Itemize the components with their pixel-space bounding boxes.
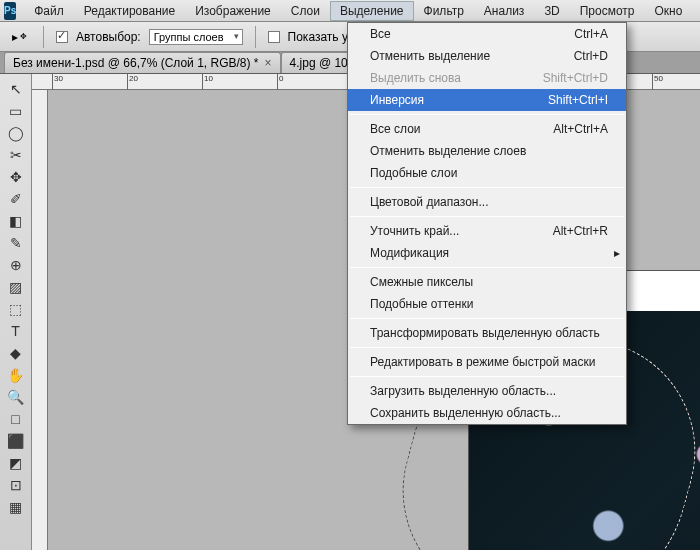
show-transform-checkbox[interactable] xyxy=(268,31,280,43)
ruler-tick: 10 xyxy=(202,74,213,90)
menu-item[interactable]: Подобные слои xyxy=(348,162,626,184)
submenu-arrow-icon: ▸ xyxy=(614,246,620,260)
tool-button[interactable]: ✋ xyxy=(3,364,29,386)
tool-button[interactable]: ◧ xyxy=(3,210,29,232)
tool-button[interactable]: ⊕ xyxy=(3,254,29,276)
menu-item-label: Все слои xyxy=(370,122,421,136)
menu-item-shortcut: Shift+Ctrl+D xyxy=(543,71,608,85)
tool-button[interactable]: ⬚ xyxy=(3,298,29,320)
menu-item-shortcut: Alt+Ctrl+A xyxy=(553,122,608,136)
tool-button[interactable]: 🔍 xyxy=(3,386,29,408)
move-tool-indicator[interactable]: ▸✥ xyxy=(8,28,31,46)
menu-item[interactable]: Уточнить край...Alt+Ctrl+R xyxy=(348,220,626,242)
tab-label: 4.jpg @ 100 xyxy=(290,56,355,70)
menu-item[interactable]: Смежные пикселы xyxy=(348,271,626,293)
menu-item[interactable]: Отменить выделение слоев xyxy=(348,140,626,162)
menu-item[interactable]: Модификация▸ xyxy=(348,242,626,264)
menu-item[interactable]: Редактировать в режиме быстрой маски xyxy=(348,351,626,373)
tab-label: Без имени-1.psd @ 66,7% (Слой 1, RGB/8) … xyxy=(13,56,259,70)
menu-separator xyxy=(350,216,624,217)
menu-item-label: Цветовой диапазон... xyxy=(370,195,488,209)
tool-button[interactable]: □ xyxy=(3,408,29,430)
menu-separator xyxy=(350,376,624,377)
menu-separator xyxy=(350,347,624,348)
menu-item-label: Модификация xyxy=(370,246,449,260)
ruler-vertical[interactable] xyxy=(32,90,48,550)
tool-button[interactable]: ✂ xyxy=(3,144,29,166)
menu-item[interactable]: ВсеCtrl+A xyxy=(348,23,626,45)
tool-button[interactable]: ▨ xyxy=(3,276,29,298)
tool-panel: ↖▭◯✂✥✐◧✎⊕▨⬚T◆✋🔍□⬛◩⊡▦ xyxy=(0,74,32,550)
tool-button[interactable]: ◩ xyxy=(3,452,29,474)
close-icon[interactable]: × xyxy=(265,56,272,70)
tool-button[interactable]: ✥ xyxy=(3,166,29,188)
document-tab[interactable]: Без имени-1.psd @ 66,7% (Слой 1, RGB/8) … xyxy=(4,52,281,73)
menu-item[interactable]: Сохранить выделенную область... xyxy=(348,402,626,424)
menu-item-shortcut: Ctrl+A xyxy=(574,27,608,41)
menu-выделение[interactable]: Выделение xyxy=(330,1,414,21)
menu-item[interactable]: Отменить выделениеCtrl+D xyxy=(348,45,626,67)
tool-button[interactable]: ◯ xyxy=(3,122,29,144)
menu-separator xyxy=(350,267,624,268)
ruler-tick: 30 xyxy=(52,74,63,90)
tool-button[interactable]: ▭ xyxy=(3,100,29,122)
menu-item-shortcut: Shift+Ctrl+I xyxy=(548,93,608,107)
menu-файл[interactable]: Файл xyxy=(24,1,74,21)
menu-слои[interactable]: Слои xyxy=(281,1,330,21)
selection-menu-dropdown: ВсеCtrl+AОтменить выделениеCtrl+DВыделит… xyxy=(347,22,627,425)
ruler-tick: 0 xyxy=(277,74,283,90)
menu-item-label: Уточнить край... xyxy=(370,224,459,238)
tool-button[interactable]: ↖ xyxy=(3,78,29,100)
layer-target-select[interactable]: Группы слоев xyxy=(149,29,243,45)
tool-button[interactable]: ▦ xyxy=(3,496,29,518)
menu-item[interactable]: Все слоиAlt+Ctrl+A xyxy=(348,118,626,140)
menubar: Ps ФайлРедактированиеИзображениеСлоиВыде… xyxy=(0,0,700,22)
menu-item-label: Подобные слои xyxy=(370,166,457,180)
menu-separator xyxy=(350,114,624,115)
menu-изображение[interactable]: Изображение xyxy=(185,1,281,21)
menu-item-label: Загрузить выделенную область... xyxy=(370,384,556,398)
menu-просмотр[interactable]: Просмотр xyxy=(570,1,645,21)
menu-item-label: Инверсия xyxy=(370,93,424,107)
menu-item-shortcut: Alt+Ctrl+R xyxy=(553,224,608,238)
menu-item-label: Подобные оттенки xyxy=(370,297,473,311)
menu-item-label: Отменить выделение слоев xyxy=(370,144,526,158)
menu-item-label: Отменить выделение xyxy=(370,49,490,63)
menu-фильтр[interactable]: Фильтр xyxy=(414,1,474,21)
menu-item-label: Трансформировать выделенную область xyxy=(370,326,600,340)
menu-с[interactable]: С xyxy=(692,1,700,21)
menu-item-label: Смежные пикселы xyxy=(370,275,473,289)
menu-item-shortcut: Ctrl+D xyxy=(574,49,608,63)
menu-3d[interactable]: 3D xyxy=(534,1,569,21)
app-logo: Ps xyxy=(4,2,16,20)
tool-button[interactable]: ⬛ xyxy=(3,430,29,452)
menu-item-label: Выделить снова xyxy=(370,71,461,85)
menu-item[interactable]: Подобные оттенки xyxy=(348,293,626,315)
tool-button[interactable]: T xyxy=(3,320,29,342)
auto-select-label: Автовыбор: xyxy=(76,30,141,44)
ruler-tick: 50 xyxy=(652,74,663,90)
menu-item-label: Все xyxy=(370,27,391,41)
menu-редактирование[interactable]: Редактирование xyxy=(74,1,185,21)
menu-item[interactable]: Загрузить выделенную область... xyxy=(348,380,626,402)
menu-item[interactable]: ИнверсияShift+Ctrl+I xyxy=(348,89,626,111)
separator xyxy=(43,26,44,48)
menu-item-label: Сохранить выделенную область... xyxy=(370,406,561,420)
menu-анализ[interactable]: Анализ xyxy=(474,1,535,21)
tool-button[interactable]: ✐ xyxy=(3,188,29,210)
tool-button[interactable]: ✎ xyxy=(3,232,29,254)
menu-item-label: Редактировать в режиме быстрой маски xyxy=(370,355,595,369)
ruler-tick: 20 xyxy=(127,74,138,90)
menu-item[interactable]: Цветовой диапазон... xyxy=(348,191,626,213)
menu-окно[interactable]: Окно xyxy=(645,1,693,21)
tool-button[interactable]: ◆ xyxy=(3,342,29,364)
separator xyxy=(255,26,256,48)
menu-item[interactable]: Трансформировать выделенную область xyxy=(348,322,626,344)
menu-item: Выделить сноваShift+Ctrl+D xyxy=(348,67,626,89)
auto-select-checkbox[interactable] xyxy=(56,31,68,43)
menu-separator xyxy=(350,187,624,188)
menu-separator xyxy=(350,318,624,319)
tool-button[interactable]: ⊡ xyxy=(3,474,29,496)
